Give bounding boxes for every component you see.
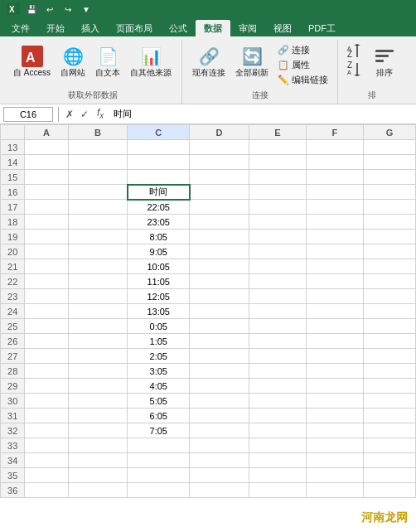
cell-b19[interactable] — [68, 230, 127, 244]
cell-f24[interactable] — [306, 304, 363, 319]
cell-d17[interactable] — [190, 200, 249, 215]
cell-d16[interactable] — [190, 185, 249, 200]
cell-d34[interactable] — [190, 453, 249, 468]
row-header-29[interactable]: 29 — [1, 379, 25, 394]
cell-a26[interactable] — [25, 334, 68, 349]
cell-e17[interactable] — [249, 200, 306, 215]
tab-file[interactable]: 文件 — [3, 20, 38, 36]
confirm-formula-icon[interactable]: ✓ — [79, 109, 90, 120]
cell-b16[interactable] — [68, 185, 127, 200]
cell-g33[interactable] — [364, 438, 416, 453]
cell-c15[interactable] — [128, 170, 190, 185]
cell-d25[interactable] — [190, 319, 249, 334]
cell-c36[interactable] — [128, 483, 190, 498]
row-header-34[interactable]: 34 — [1, 453, 25, 468]
tab-formulas[interactable]: 公式 — [161, 20, 196, 36]
col-header-f[interactable]: F — [306, 125, 363, 140]
cell-f19[interactable] — [306, 230, 363, 244]
row-header-25[interactable]: 25 — [1, 319, 25, 334]
row-header-24[interactable]: 24 — [1, 304, 25, 319]
cell-a18[interactable] — [25, 215, 68, 230]
cell-g14[interactable] — [364, 155, 416, 170]
cell-e21[interactable] — [249, 259, 306, 274]
cell-a32[interactable] — [25, 423, 68, 438]
cell-g32[interactable] — [364, 423, 416, 438]
cell-e33[interactable] — [249, 438, 306, 453]
cell-d21[interactable] — [190, 259, 249, 274]
cell-b30[interactable] — [68, 394, 127, 409]
cell-c23[interactable]: 12:05 — [128, 289, 190, 304]
row-header-14[interactable]: 14 — [1, 155, 25, 170]
cell-a17[interactable] — [25, 200, 68, 215]
cell-e20[interactable] — [249, 244, 306, 259]
cell-b24[interactable] — [68, 304, 127, 319]
row-header-17[interactable]: 17 — [1, 200, 25, 215]
cell-a25[interactable] — [25, 319, 68, 334]
cell-g22[interactable] — [364, 274, 416, 289]
cell-b31[interactable] — [68, 409, 127, 423]
cell-g25[interactable] — [364, 319, 416, 334]
cell-d15[interactable] — [190, 170, 249, 185]
cell-f21[interactable] — [306, 259, 363, 274]
cell-g27[interactable] — [364, 349, 416, 364]
cell-f17[interactable] — [306, 200, 363, 215]
cell-f23[interactable] — [306, 289, 363, 304]
cell-e36[interactable] — [249, 483, 306, 498]
cell-d32[interactable] — [190, 423, 249, 438]
cell-c31[interactable]: 6:05 — [128, 409, 190, 423]
cell-f30[interactable] — [306, 394, 363, 409]
cell-b18[interactable] — [68, 215, 127, 230]
more-icon[interactable]: ▼ — [80, 3, 93, 15]
undo-icon[interactable]: ↩ — [43, 3, 56, 15]
cell-c27[interactable]: 2:05 — [128, 349, 190, 364]
cell-f14[interactable] — [306, 155, 363, 170]
cell-f29[interactable] — [306, 379, 363, 394]
cell-c17[interactable]: 22:05 — [128, 200, 190, 215]
cell-e19[interactable] — [249, 230, 306, 244]
row-header-20[interactable]: 20 — [1, 244, 25, 259]
cell-f22[interactable] — [306, 274, 363, 289]
tab-data[interactable]: 数据 — [196, 20, 230, 36]
formula-input[interactable] — [110, 109, 413, 120]
cell-f35[interactable] — [306, 468, 363, 483]
cell-f13[interactable] — [306, 140, 363, 155]
cell-f16[interactable] — [306, 185, 363, 200]
cell-b15[interactable] — [68, 170, 127, 185]
cell-d36[interactable] — [190, 483, 249, 498]
cell-b17[interactable] — [68, 200, 127, 215]
sort-asc-button[interactable]: A Z — [345, 43, 366, 60]
cell-a30[interactable] — [25, 394, 68, 409]
cell-a14[interactable] — [25, 155, 68, 170]
cell-c26[interactable]: 1:05 — [128, 334, 190, 349]
cell-f26[interactable] — [306, 334, 363, 349]
cell-d26[interactable] — [190, 334, 249, 349]
cell-e23[interactable] — [249, 289, 306, 304]
cell-f15[interactable] — [306, 170, 363, 185]
cell-e29[interactable] — [249, 379, 306, 394]
cell-reference[interactable] — [3, 107, 53, 122]
cell-d20[interactable] — [190, 244, 249, 259]
cell-e22[interactable] — [249, 274, 306, 289]
cell-b29[interactable] — [68, 379, 127, 394]
sort-desc-button[interactable]: Z A — [345, 60, 366, 77]
cell-c20[interactable]: 9:05 — [128, 244, 190, 259]
cell-g19[interactable] — [364, 230, 416, 244]
cell-b21[interactable] — [68, 259, 127, 274]
cell-g36[interactable] — [364, 483, 416, 498]
row-header-33[interactable]: 33 — [1, 438, 25, 453]
col-header-g[interactable]: G — [364, 125, 416, 140]
cell-b23[interactable] — [68, 289, 127, 304]
cell-e26[interactable] — [249, 334, 306, 349]
cell-c24[interactable]: 13:05 — [128, 304, 190, 319]
properties-button[interactable]: 📋 属性 — [275, 58, 331, 72]
cell-f28[interactable] — [306, 364, 363, 379]
row-header-13[interactable]: 13 — [1, 140, 25, 155]
cell-f18[interactable] — [306, 215, 363, 230]
cell-a28[interactable] — [25, 364, 68, 379]
cell-e35[interactable] — [249, 468, 306, 483]
cell-c14[interactable] — [128, 155, 190, 170]
sort-button[interactable]: 排序 — [370, 43, 399, 80]
cell-g29[interactable] — [364, 379, 416, 394]
cell-a31[interactable] — [25, 409, 68, 423]
cell-e30[interactable] — [249, 394, 306, 409]
